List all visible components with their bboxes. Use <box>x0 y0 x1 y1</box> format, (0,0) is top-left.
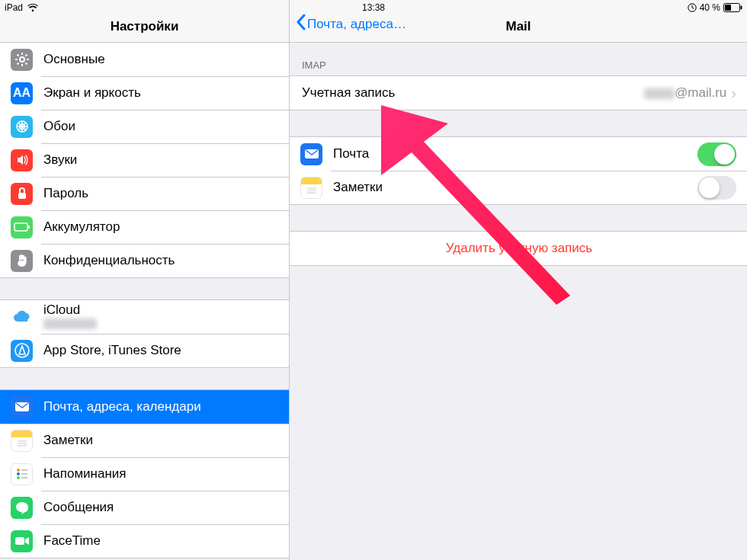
svg-rect-20 <box>14 223 27 231</box>
svg-point-29 <box>17 476 20 479</box>
battery-icon <box>723 3 742 12</box>
sidebar-item-label: App Store, iTunes Store <box>43 343 278 358</box>
svg-rect-19 <box>18 193 26 199</box>
rotation-lock-icon <box>688 3 697 12</box>
facetime-icon <box>11 530 33 552</box>
svg-line-11 <box>17 62 18 64</box>
svg-point-27 <box>17 469 20 472</box>
sidebar-item-general[interactable]: Основные <box>0 43 289 76</box>
sidebar-item-label: Пароль <box>43 186 278 201</box>
chevron-left-icon <box>296 14 306 34</box>
sidebar-item-notes[interactable]: Заметки <box>0 424 289 457</box>
account-label: Учетная запись <box>302 85 644 101</box>
back-label: Почта, адреса… <box>307 17 406 32</box>
hand-icon <box>11 250 33 272</box>
sidebar-item-facetime[interactable]: FaceTime <box>0 524 289 558</box>
sound-icon <box>11 149 33 171</box>
sidebar-item-label: Обои <box>43 119 278 134</box>
sidebar-item-label: FaceTime <box>43 533 278 549</box>
sidebar-item-display[interactable]: AA Экран и яркость <box>0 76 289 110</box>
sidebar-item-label: Почта, адреса, календари <box>43 399 278 414</box>
service-label: Заметки <box>333 180 697 195</box>
sidebar-item-wallpaper[interactable]: Обои <box>0 110 289 143</box>
device-name: iPad <box>5 2 23 13</box>
wallpaper-icon <box>11 116 33 138</box>
wifi-icon <box>27 4 38 12</box>
clock: 13:38 <box>0 2 747 13</box>
svg-rect-3 <box>725 5 731 11</box>
service-label: Почта <box>333 146 697 162</box>
notes-icon <box>11 430 33 452</box>
sidebar-item-label: Напоминания <box>43 466 278 482</box>
gear-icon <box>11 49 33 71</box>
mail-icon <box>11 396 33 418</box>
reminders-icon <box>11 463 33 485</box>
svg-point-4 <box>20 57 24 62</box>
sidebar: Настройки Основные AA Экран и яркость Об… <box>0 0 290 560</box>
status-bar: iPad 13:38 40 % <box>0 0 747 15</box>
svg-line-10 <box>25 62 27 64</box>
sidebar-item-passcode[interactable]: Пароль <box>0 177 289 210</box>
sidebar-item-appstore[interactable]: App Store, iTunes Store <box>0 334 289 367</box>
sidebar-item-battery[interactable]: Аккумулятор <box>0 210 289 244</box>
sidebar-item-label: iCloud <box>43 302 97 318</box>
account-email-blur <box>644 88 675 99</box>
service-mail-row[interactable]: Почта <box>290 137 747 171</box>
sidebar-item-label: Экран и яркость <box>43 85 278 101</box>
sidebar-item-label: Основные <box>43 52 278 67</box>
sidebar-item-label: Звуки <box>43 152 278 168</box>
sidebar-item-messages[interactable]: Сообщения <box>0 491 289 524</box>
mail-toggle[interactable] <box>697 142 736 166</box>
sidebar-item-sounds[interactable]: Звуки <box>0 143 289 177</box>
battery-icon <box>11 216 33 238</box>
icloud-account-blur <box>43 318 97 329</box>
delete-label: Удалить учетную запись <box>446 241 592 256</box>
sidebar-item-label: Заметки <box>43 433 278 448</box>
messages-icon <box>11 497 33 519</box>
sidebar-title: Настройки <box>111 19 179 34</box>
mail-icon <box>300 143 322 165</box>
appstore-icon <box>11 340 33 362</box>
sidebar-item-privacy[interactable]: Конфиденциальность <box>0 244 289 277</box>
sidebar-item-label: Аккумулятор <box>43 219 278 235</box>
svg-rect-21 <box>28 226 30 229</box>
account-value: @mail.ru <box>675 85 726 100</box>
battery-percent: 40 % <box>700 2 720 13</box>
sidebar-item-label: Сообщения <box>43 500 278 515</box>
sidebar-item-reminders[interactable]: Напоминания <box>0 457 289 491</box>
delete-account-button[interactable]: Удалить учетную запись <box>290 232 747 265</box>
sidebar-item-mail[interactable]: Почта, адреса, календари <box>0 390 289 424</box>
svg-point-28 <box>17 472 20 475</box>
svg-rect-2 <box>741 6 742 10</box>
detail-pane: Почта, адреса… Mail IMAP Учетная запись … <box>290 0 747 560</box>
service-notes-row[interactable]: Заметки <box>290 171 747 204</box>
svg-line-9 <box>17 55 18 56</box>
lock-icon <box>11 183 33 205</box>
icloud-icon <box>11 306 33 328</box>
account-row[interactable]: Учетная запись @mail.ru › <box>290 76 747 110</box>
text-size-icon: AA <box>11 82 33 104</box>
svg-rect-33 <box>15 537 24 545</box>
detail-title: Mail <box>505 19 531 34</box>
notes-icon <box>300 177 322 199</box>
svg-line-12 <box>25 55 27 56</box>
sidebar-item-icloud[interactable]: iCloud <box>0 300 289 334</box>
chevron-right-icon: › <box>731 85 736 102</box>
back-button[interactable]: Почта, адреса… <box>296 14 406 34</box>
notes-toggle[interactable] <box>697 176 736 200</box>
section-header-imap: IMAP <box>290 43 747 75</box>
sidebar-item-label: Конфиденциальность <box>43 253 278 268</box>
